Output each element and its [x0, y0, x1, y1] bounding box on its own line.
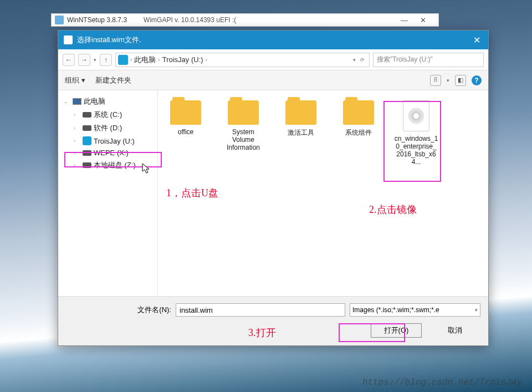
toolbar: 组织 ▾ 新建文件夹 ⠿ ▾ ◧ ?: [58, 70, 488, 90]
breadcrumb-sep-icon: ›: [158, 57, 160, 63]
tree-item-this-pc[interactable]: ⌄ 此电脑: [60, 95, 155, 108]
dialog-icon: [64, 35, 73, 44]
drive-icon: [83, 150, 91, 156]
dialog-close-button[interactable]: ✕: [471, 35, 483, 45]
help-button[interactable]: ?: [472, 75, 482, 85]
breadcrumb-sep-icon: ›: [206, 57, 207, 63]
nav-forward-button[interactable]: →: [78, 54, 90, 66]
filename-label: 文件名(N):: [66, 305, 171, 315]
tree-item-drive-z[interactable]: › 本地磁盘 (Z:): [60, 159, 155, 172]
filetype-filter-select[interactable]: Images (*.iso;*.wim;*.swm;*.e ▾: [350, 303, 480, 317]
filter-text: Images (*.iso;*.wim;*.swm;*.e: [352, 306, 439, 314]
file-name: cn_windows_10_enterprise_2016_ltsb_x64..…: [394, 135, 438, 166]
parent-close-button[interactable]: ✕: [420, 16, 426, 24]
file-name: System Volume Information: [221, 128, 265, 151]
tree-label: 本地磁盘 (Z:): [94, 160, 136, 170]
toolbar-organize-button[interactable]: 组织 ▾: [65, 75, 85, 85]
parent-window-title: WinNTSetup 3.8.7.3: [67, 16, 127, 24]
file-name: office: [178, 128, 193, 136]
navigation-row: ← → ▾ ↑ › 此电脑 › TroisJay (U:) › ▾ ⟳ 搜索"T…: [58, 49, 488, 70]
tree-item-drive-c[interactable]: › 系统 (C:): [60, 108, 155, 121]
expand-icon[interactable]: ›: [74, 162, 80, 168]
drive-icon: [83, 112, 91, 118]
file-item-folder[interactable]: System Volume Information: [221, 100, 265, 151]
file-item-folder[interactable]: 系统组件: [336, 100, 381, 138]
pc-icon: [73, 98, 81, 105]
search-input[interactable]: 搜索"TroisJay (U:)": [373, 53, 484, 67]
dialog-body: ⌄ 此电脑 › 系统 (C:) › 软件 (D:) › TroisJay (U:…: [58, 90, 488, 296]
breadcrumb-root[interactable]: 此电脑: [134, 55, 156, 65]
expand-icon[interactable]: ›: [74, 150, 80, 156]
filename-input[interactable]: [176, 303, 345, 317]
file-item-folder[interactable]: office: [163, 100, 208, 136]
dialog-titlebar: 选择install.wim文件. ✕: [58, 30, 488, 49]
folder-icon: [228, 100, 259, 125]
nav-history-dropdown[interactable]: ▾: [94, 57, 96, 63]
drive-icon: [83, 125, 91, 131]
toolbar-newfolder-button[interactable]: 新建文件夹: [95, 75, 131, 85]
view-icons-button[interactable]: ⠿: [430, 75, 441, 86]
iso-disc-icon: [403, 100, 429, 131]
nav-refresh-button[interactable]: ⟳: [360, 57, 365, 63]
parent-minimize-button[interactable]: —: [401, 16, 408, 24]
file-open-dialog: 选择install.wim文件. ✕ ← → ▾ ↑ › 此电脑 › Trois…: [58, 30, 489, 346]
breadcrumb-dropdown-icon[interactable]: ▾: [353, 57, 356, 63]
file-list-pane[interactable]: office System Volume Information 激活工具 系统…: [158, 90, 488, 296]
view-dropdown-icon[interactable]: ▾: [447, 78, 449, 83]
tree-label: WEPE (X:): [94, 149, 129, 157]
breadcrumb-current[interactable]: TroisJay (U:): [162, 55, 203, 64]
nav-up-button[interactable]: ↑: [100, 54, 112, 66]
folder-icon: [343, 100, 374, 125]
folder-icon: [285, 100, 316, 125]
expand-icon[interactable]: ⌄: [64, 99, 70, 104]
tree-label: 软件 (D:): [94, 123, 122, 133]
watermark-text: https://blog.csdn.net/TroisJay: [362, 378, 522, 388]
drive-icon: [83, 162, 91, 168]
tree-label: 系统 (C:): [94, 110, 122, 120]
search-placeholder: 搜索"TroisJay (U:)": [377, 55, 433, 64]
expand-icon[interactable]: ›: [74, 138, 80, 144]
tree-item-drive-u[interactable]: › TroisJay (U:): [60, 135, 155, 147]
expand-icon[interactable]: ›: [74, 112, 80, 118]
folder-tree: ⌄ 此电脑 › 系统 (C:) › 软件 (D:) › TroisJay (U:…: [58, 90, 158, 296]
tree-item-drive-x[interactable]: › WEPE (X:): [60, 147, 155, 159]
tree-label: 此电脑: [84, 96, 105, 106]
breadcrumb-bar[interactable]: › 此电脑 › TroisJay (U:) › ▾ ⟳: [115, 53, 370, 67]
tree-label: TroisJay (U:): [94, 137, 135, 145]
folder-icon: [170, 100, 201, 125]
preview-pane-button[interactable]: ◧: [455, 75, 466, 86]
breadcrumb-drive-icon: [118, 55, 128, 65]
cancel-button[interactable]: 取消: [429, 323, 480, 338]
file-item-folder[interactable]: 激活工具: [279, 100, 323, 138]
breadcrumb-sep-icon: ›: [130, 57, 132, 63]
file-item-iso[interactable]: cn_windows_10_enterprise_2016_ltsb_x64..…: [394, 100, 438, 166]
tree-item-drive-d[interactable]: › 软件 (D:): [60, 121, 155, 135]
nav-back-button[interactable]: ←: [63, 54, 75, 66]
dialog-bottom-panel: 文件名(N): Images (*.iso;*.wim;*.swm;*.e ▾ …: [58, 296, 488, 345]
parent-app-icon: [55, 16, 64, 24]
parent-window-titlebar: WinNTSetup 3.8.7.3 WimGAPI v. 10.0.14393…: [51, 13, 439, 27]
expand-icon[interactable]: ›: [74, 125, 80, 131]
chevron-down-icon: ▾: [475, 307, 478, 313]
file-name: 激活工具: [288, 128, 314, 138]
usb-drive-icon: [83, 136, 91, 145]
parent-window-subtitle: WimGAPI v. 10.0.14393 uEFI :(: [144, 16, 236, 24]
open-button[interactable]: 打开(O): [371, 323, 422, 338]
file-name: 系统组件: [345, 128, 372, 138]
dialog-title: 选择install.wim文件.: [77, 35, 141, 45]
